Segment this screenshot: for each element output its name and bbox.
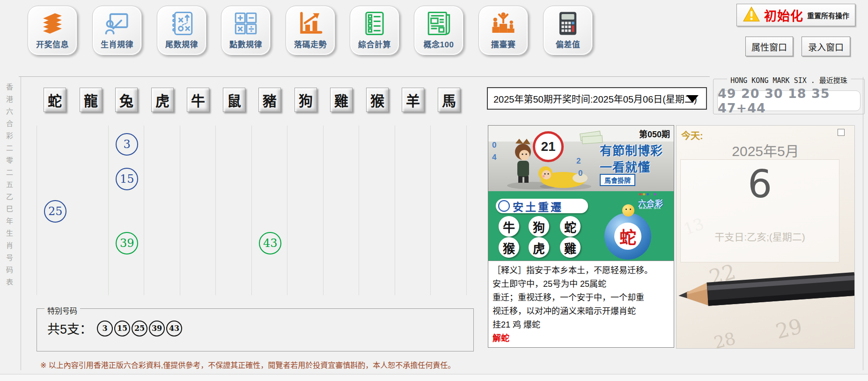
bar-chart-icon <box>296 9 324 37</box>
toolbar-label: 偏差值 <box>556 38 581 50</box>
mark-six-logo-sub: MARK SIX <box>639 206 661 210</box>
recent-draw-numbers: 49 20 30 18 35 47+44 <box>717 90 861 111</box>
calendar-month: 2025年5月 <box>719 140 812 160</box>
warning-icon <box>743 6 760 24</box>
toolbar-label: 擂臺賽 <box>491 38 516 50</box>
special-number: 43 <box>166 321 182 336</box>
promo-zodiac-circle: 牛 <box>499 216 519 237</box>
special-numbers-title: 特别号码 <box>44 305 80 316</box>
zodiac-button-pig[interactable]: 豬 <box>258 88 281 112</box>
special-count-label: 共5支： <box>47 319 92 337</box>
draw-select-dropdown[interactable]: 2025年第50期开奖时间:2025年05月06日(星期二) <box>487 87 707 110</box>
toolbar-label: 點數規律 <box>229 38 262 50</box>
promo-green-section: 安土重遷 牛 狗 蛇 猴 虎 雞 蛇 六合彩 MARK SIX <box>488 191 674 261</box>
zodiac-button-goat[interactable]: 羊 <box>402 88 424 112</box>
calculator-icon <box>554 9 582 37</box>
logo-dots-icon <box>639 193 656 195</box>
interpretation-line: 安土即守中，25号为中 25属蛇 <box>493 277 669 291</box>
disclaimer-text: ※ 以上內容引用香港正版六合彩資料,僅提供參考，不保證其正確性，閱覽者若用於投資… <box>40 359 455 370</box>
toolbar-button-arena[interactable]: 擂臺賽 <box>478 6 528 55</box>
idiom-text: 安土重遷 <box>513 198 563 214</box>
properties-window-button[interactable]: 属性窗口 <box>745 37 793 56</box>
toolbar-label: 生肖規律 <box>101 38 133 50</box>
initialize-label: 初始化 <box>764 6 803 24</box>
zodiac-button-rat[interactable]: 鼠 <box>223 88 245 112</box>
strategy-icon <box>168 9 196 37</box>
calendar-day-card: 6 干支日:乙亥;(星期二) <box>680 159 839 262</box>
calendar-faint-number: 28 <box>712 329 737 349</box>
grid-number: 15 <box>116 168 138 190</box>
calendar-checkbox[interactable] <box>838 129 845 136</box>
pencil-image <box>676 260 855 321</box>
recent-draw-title: HONG KONG MARK SIX . 最近搅珠 <box>727 75 851 85</box>
podium-icon <box>489 9 517 37</box>
toolbar-label: 綜合計算 <box>358 38 391 50</box>
grid-number: 43 <box>259 232 281 254</box>
zodiac-button-rabbit[interactable]: 兔 <box>115 88 138 112</box>
zodiac-button-tiger[interactable]: 虎 <box>151 88 174 112</box>
grid-number: 39 <box>116 232 138 254</box>
promo-issue-label: 第050期 <box>639 127 670 140</box>
idiom-banner: 安土重遷 <box>496 199 588 213</box>
toolbar-button-points-pattern[interactable]: 點數規律 <box>221 6 271 55</box>
toolbar-button-calc[interactable]: 綜合計算 <box>350 6 399 55</box>
math-icon <box>232 9 260 37</box>
initialize-button[interactable]: 初始化 重置所有操作 <box>736 4 855 26</box>
promo-zodiac-circle: 猴 <box>499 237 519 258</box>
interpretation-highlight: 解蛇 <box>493 332 669 345</box>
toolbar-button-draw-info[interactable]: 开奖信息 <box>28 6 77 55</box>
promo-sign-number: 21 <box>533 131 564 162</box>
zodiac-button-ox[interactable]: 牛 <box>187 88 209 112</box>
app-window: { "toolbar": { "buttons": [ {"label": "开… <box>0 0 868 381</box>
toolbar-label: 尾数規律 <box>165 38 198 50</box>
promo-digit: 0 <box>578 169 582 178</box>
zodiac-grid <box>37 126 467 295</box>
promo-slogan-line1: 有節制博彩 <box>600 141 673 158</box>
side-title-vertical: 香港六合彩二零二五乙巳年生肖号码表 <box>4 83 14 291</box>
toolbar-button-zodiac-pattern[interactable]: 生肖規律 <box>92 6 142 55</box>
promo-zodiac-circle: 雞 <box>560 237 581 258</box>
recent-draw-groupbox: HONG KONG MARK SIX . 最近搅珠 49 20 30 18 35… <box>713 79 865 114</box>
zodiac-button-rooster[interactable]: 雞 <box>330 88 353 112</box>
books-icon <box>38 9 66 37</box>
interpretation-line: 挂21 鸡 爆蛇 <box>493 318 669 332</box>
promo-zodiac-circle: 狗 <box>529 216 549 237</box>
promo-slogan-line2: 一看就懂 <box>600 157 673 175</box>
calendar-day: 6 <box>681 162 839 206</box>
interpretation-line: ［释义］指安于本乡本土，不愿轻易迁移。 <box>493 264 669 277</box>
toolbar-button-trend[interactable]: 落碼走勢 <box>286 6 335 55</box>
mascot-icon <box>622 204 634 217</box>
promo-photo: 第050期 21 0 4 2 0 有節制博彩 一看就懂 馬會掛牌 <box>488 126 674 191</box>
promo-digit: 2 <box>576 157 581 166</box>
calendar-faint-number: 29 <box>773 314 805 344</box>
zodiac-button-dog[interactable]: 狗 <box>294 88 317 112</box>
promo-digit: 0 <box>492 141 496 150</box>
toolbar-button-tail-pattern[interactable]: 尾数規律 <box>157 6 206 55</box>
toolbar-button-concept100[interactable]: 概念100 <box>414 6 463 55</box>
chevron-down-icon[interactable] <box>686 95 699 103</box>
special-numbers-groupbox: 特别号码 共5支： 3 15 25 39 43 <box>37 308 474 351</box>
promo-tag: 馬會掛牌 <box>600 174 635 186</box>
zodiac-button-dragon[interactable]: 龍 <box>80 88 102 112</box>
initialize-sublabel: 重置所有操作 <box>807 10 849 20</box>
promo-zodiac-circle: 虎 <box>529 237 549 258</box>
special-number: 15 <box>114 321 130 336</box>
bottom-strip <box>0 374 868 381</box>
special-number: 39 <box>149 321 165 336</box>
zodiac-button-horse[interactable]: 馬 <box>438 88 460 112</box>
zodiac-button-monkey[interactable]: 猴 <box>366 88 389 112</box>
presentation-icon <box>103 9 131 37</box>
interpretation-line: 重迁；重视迁移，一个安于中，一个却重 <box>493 291 669 305</box>
newspaper-icon <box>425 9 453 37</box>
sidebar-divider <box>21 77 21 370</box>
special-number: 25 <box>132 321 147 336</box>
entry-window-button[interactable]: 录入窗口 <box>802 37 850 56</box>
calendar-ganzhi: 干支日:乙亥;(星期二) <box>681 229 839 243</box>
grid-number: 3 <box>116 133 138 156</box>
grid-number: 25 <box>44 200 66 223</box>
promo-digit: 4 <box>492 153 496 162</box>
right-edge-divider <box>863 77 863 370</box>
zodiac-button-snake[interactable]: 蛇 <box>44 88 66 112</box>
toolbar-button-deviation[interactable]: 偏差值 <box>543 6 593 55</box>
club-emblem-icon <box>498 200 510 212</box>
